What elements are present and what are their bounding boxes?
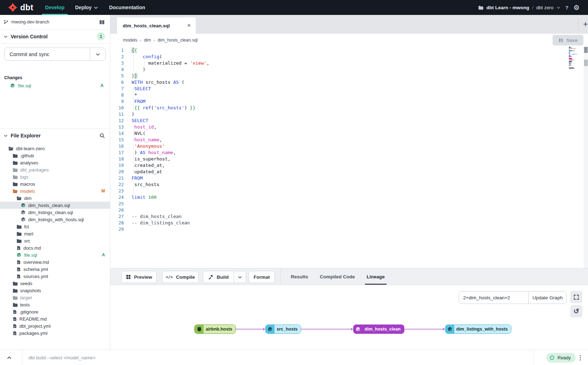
changed-file-item[interactable]: file.sqlA [0, 82, 110, 89]
fullscreen-button[interactable] [570, 291, 582, 303]
update-graph-button[interactable]: Update Graph [528, 292, 566, 304]
project-switcher[interactable]: dbt Learn - mwong / dbt zero [478, 5, 560, 10]
reset-view-button[interactable]: ↺ [570, 305, 582, 317]
version-control-header[interactable]: Version Control 1 [0, 29, 110, 44]
code-line[interactable]: 9 FROM [110, 98, 588, 105]
tree-item[interactable]: packages.yml [0, 329, 110, 337]
editor-tab[interactable]: dim_hosts_clean.sql × [117, 17, 196, 34]
nav-item-develop[interactable]: Develop [40, 0, 70, 15]
code-line[interactable]: 24limit 100 [110, 194, 588, 201]
code-line[interactable]: 6WITH src_hosts AS ( [110, 79, 588, 86]
tree-item[interactable]: .gitignore [0, 308, 110, 315]
code-line[interactable]: 11) [110, 111, 588, 118]
breadcrumb-item[interactable]: dim_hosts_clean.sql [157, 38, 198, 43]
search-icon[interactable] [99, 133, 105, 138]
code-line[interactable]: 20 updated_at [110, 169, 588, 175]
build-options-caret[interactable] [234, 271, 246, 283]
code-line[interactable]: 7 SELECT [110, 86, 588, 92]
code-line[interactable]: 8 * [110, 92, 588, 98]
nav-item-documentation[interactable]: Documentation [104, 0, 150, 15]
code-line[interactable]: 27-- dim_hosts_clean [110, 213, 588, 220]
commit-options-caret[interactable] [90, 48, 105, 60]
gear-icon[interactable]: ⚙ [573, 4, 579, 11]
commit-and-sync-button[interactable]: Commit and sync [4, 48, 106, 61]
tree-item[interactable]: dim [0, 195, 110, 202]
code-line[interactable]: 16 'Anonymous' [110, 143, 588, 149]
lineage-node[interactable]: dim_hosts_clean [353, 325, 404, 334]
tree-item[interactable]: README.md [0, 315, 110, 322]
code-line[interactable]: 15 host_name, [110, 137, 588, 143]
code-line[interactable]: 10 {{ ref('src_hosts') }} [110, 105, 588, 111]
tree-item[interactable]: logs [0, 173, 110, 180]
tree-item[interactable]: fct [0, 223, 110, 230]
tree-item[interactable]: overview.md [0, 258, 110, 266]
tree-item[interactable]: src [0, 237, 110, 244]
tree-item[interactable]: schema.yml [0, 266, 110, 273]
chevron-up-icon[interactable] [5, 354, 13, 362]
code-line[interactable]: 29 [110, 226, 588, 233]
tree-item[interactable]: snapshots [0, 287, 110, 294]
tree-item[interactable]: sources.yml [0, 273, 110, 280]
code-line[interactable]: 22 src_hosts [110, 181, 588, 188]
tree-item[interactable]: dim_listings_with_hosts.sql [0, 216, 110, 223]
tree-item[interactable]: mart [0, 230, 110, 237]
kebab-menu-icon[interactable]: ⋮ [576, 353, 584, 362]
lineage-graph[interactable]: airbnb.hostssrc_hostsdim_hosts_cleandim_… [194, 325, 511, 334]
tree-item[interactable]: analyses [0, 159, 110, 166]
code-line[interactable]: 23 [110, 188, 588, 194]
tree-item[interactable]: modelsM [0, 187, 110, 195]
lineage-node[interactable]: src_hosts [265, 325, 301, 334]
editor-scrollbar[interactable] [584, 47, 588, 268]
tree-item[interactable]: target [0, 294, 110, 301]
tab-compiled-code[interactable]: Compiled Code [320, 268, 355, 285]
tree-item[interactable]: dim_listings_clean.sql [0, 209, 110, 216]
tree-item[interactable]: dim_hosts_clean.sql [0, 202, 110, 209]
file-explorer-header[interactable]: File Explorer [0, 129, 110, 142]
code-line[interactable]: 21FROM [110, 175, 588, 181]
close-icon[interactable]: × [187, 22, 196, 29]
tree-item[interactable]: tests [0, 301, 110, 308]
code-line[interactable]: 3 materialized = 'view', [110, 60, 588, 66]
lineage-node[interactable]: airbnb.hosts [194, 325, 236, 334]
code-line[interactable]: 5}} [110, 73, 588, 79]
nav-item-deploy[interactable]: Deploy [70, 0, 104, 15]
code-line[interactable]: 19 created_at, [110, 162, 588, 169]
code-line[interactable]: 4 ) [110, 66, 588, 73]
tree-item[interactable]: .github [0, 152, 110, 159]
code-line[interactable]: 26 [110, 207, 588, 213]
tree-item[interactable]: dbt_packages [0, 166, 110, 173]
tree-item[interactable]: macros [0, 180, 110, 187]
compile-button[interactable]: </>Compile [162, 271, 199, 283]
code-line[interactable]: 25 [110, 201, 588, 207]
tree-item[interactable]: dbt_project.yml [0, 322, 110, 329]
tab-lineage[interactable]: Lineage [367, 268, 385, 285]
code-line[interactable]: 18 is_superhost, [110, 156, 588, 162]
lineage-selector-input[interactable] [459, 292, 528, 304]
code-line[interactable]: 14 NVL( [110, 130, 588, 137]
command-input[interactable] [28, 350, 525, 365]
code-line[interactable]: 13 host_id, [110, 124, 588, 130]
panel-columns-icon[interactable] [99, 20, 105, 25]
save-button[interactable]: Save [553, 35, 583, 45]
code-editor[interactable]: 1{{2 config(3 materialized = 'view',4 )5… [110, 47, 588, 268]
code-line[interactable]: 17 ) AS host_name, [110, 149, 588, 156]
minimap-slider[interactable] [584, 60, 588, 66]
help-icon[interactable]: ? [565, 5, 568, 11]
code-line[interactable]: 12SELECT [110, 118, 588, 124]
tree-item[interactable]: seeds [0, 280, 110, 287]
code-line[interactable]: 2 config( [110, 54, 588, 60]
tree-item[interactable]: dbt-learn-zero [0, 145, 110, 152]
tree-item[interactable]: docs.md [0, 244, 110, 251]
lineage-node[interactable]: dim_listings_with_hosts [445, 325, 511, 334]
preview-button[interactable]: Preview [121, 271, 157, 283]
breadcrumb-item[interactable]: dim [144, 38, 151, 43]
scrollbar-thumb[interactable] [584, 47, 588, 53]
breadcrumb-item[interactable]: models [123, 38, 137, 43]
code-line[interactable]: 1{{ [110, 47, 588, 54]
format-button[interactable]: Format [249, 271, 275, 283]
build-button[interactable]: Build [203, 271, 234, 283]
code-line[interactable]: 28-- dim_listings_clean [110, 220, 588, 226]
dbt-logo[interactable]: dbt [0, 0, 40, 15]
tab-results[interactable]: Results [291, 268, 308, 285]
minimap[interactable] [569, 47, 582, 70]
